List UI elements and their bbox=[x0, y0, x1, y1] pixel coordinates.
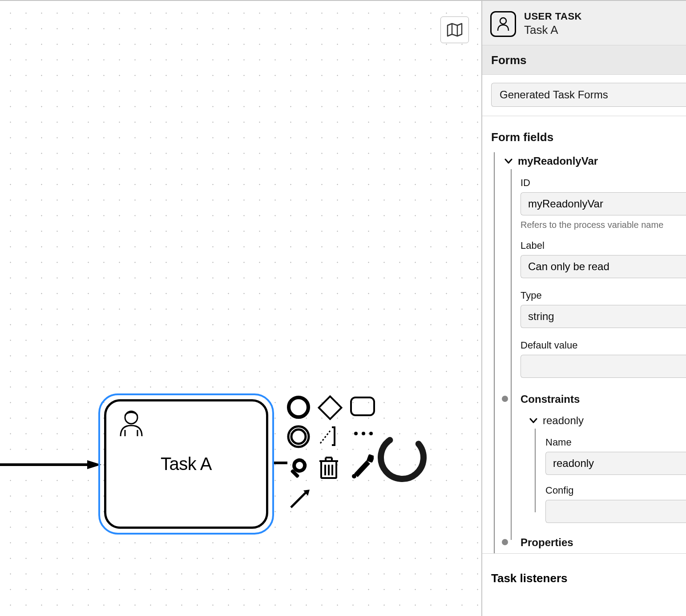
type-select[interactable]: string bbox=[521, 305, 686, 328]
minimap-toggle-button[interactable] bbox=[440, 16, 469, 43]
default-value-label: Default value bbox=[521, 328, 686, 355]
forms-type-value: Generated Task Forms bbox=[500, 89, 608, 101]
svg-rect-7 bbox=[319, 397, 342, 419]
svg-point-28 bbox=[375, 431, 429, 484]
id-label: ID bbox=[521, 172, 686, 192]
connector-stub bbox=[274, 461, 287, 465]
svg-line-11 bbox=[320, 431, 330, 443]
timeline-dot bbox=[502, 396, 508, 402]
svg-point-10 bbox=[291, 430, 306, 444]
svg-point-13 bbox=[362, 432, 365, 435]
form-fields-section-header: Form fields bbox=[482, 116, 686, 152]
user-icon bbox=[118, 409, 145, 437]
task-node[interactable]: Task A bbox=[98, 393, 274, 535]
append-task-icon[interactable] bbox=[350, 396, 375, 417]
task-label: Task A bbox=[161, 454, 212, 474]
form-field-item-toggle[interactable]: myReadonlyVar bbox=[504, 152, 686, 172]
forms-section-header[interactable]: Forms bbox=[482, 45, 686, 75]
svg-point-25 bbox=[352, 474, 356, 478]
default-value-input[interactable] bbox=[521, 355, 686, 378]
sub-timeline-line bbox=[511, 169, 512, 540]
properties-header: Properties bbox=[521, 523, 686, 553]
delete-icon[interactable] bbox=[318, 455, 340, 480]
constraint-name-label: Name bbox=[545, 431, 686, 452]
chevron-down-icon bbox=[504, 158, 512, 164]
constraint-config-input[interactable] bbox=[545, 500, 686, 523]
more-options-icon[interactable] bbox=[353, 430, 374, 437]
constraint-item-toggle[interactable]: readonly bbox=[529, 412, 686, 431]
loading-spinner-icon bbox=[375, 431, 429, 484]
type-label: Type bbox=[521, 278, 686, 305]
label-label: Label bbox=[521, 230, 686, 255]
constraint-name-input[interactable] bbox=[545, 452, 686, 475]
constraint-item-name: readonly bbox=[543, 414, 584, 427]
map-icon bbox=[446, 22, 463, 37]
append-gateway-icon[interactable] bbox=[318, 395, 343, 420]
type-value: string bbox=[528, 310, 554, 323]
append-intermediate-event-icon[interactable] bbox=[287, 425, 311, 449]
properties-panel: USER TASK Task A Forms Generated Task Fo… bbox=[481, 0, 686, 616]
incoming-flow-arrow bbox=[0, 460, 101, 478]
diagram-canvas[interactable]: Task A bbox=[0, 0, 481, 616]
svg-point-14 bbox=[369, 432, 373, 435]
connect-icon[interactable] bbox=[288, 488, 311, 510]
context-pad bbox=[287, 395, 433, 538]
panel-header: USER TASK Task A bbox=[482, 0, 686, 45]
svg-rect-8 bbox=[351, 397, 374, 415]
sub-timeline-line bbox=[535, 429, 536, 512]
form-field-item-name: myReadonlyVar bbox=[518, 155, 598, 167]
task-listeners-section-header[interactable]: Task listeners bbox=[482, 553, 686, 585]
element-type-label: USER TASK bbox=[524, 11, 582, 22]
timeline-dot bbox=[502, 539, 508, 545]
color-icon[interactable] bbox=[349, 451, 374, 480]
forms-type-select[interactable]: Generated Task Forms bbox=[491, 83, 686, 107]
svg-line-26 bbox=[291, 492, 306, 507]
label-input[interactable] bbox=[521, 255, 686, 278]
append-end-event-icon[interactable] bbox=[287, 395, 311, 419]
svg-point-12 bbox=[354, 432, 358, 435]
form-fields-list: myReadonlyVar ID Refers to the process v… bbox=[482, 152, 686, 553]
svg-point-6 bbox=[289, 397, 308, 417]
append-text-annotation-icon[interactable] bbox=[317, 425, 340, 448]
constraint-config-label: Config bbox=[545, 475, 686, 500]
timeline-line bbox=[494, 152, 495, 553]
svg-point-31 bbox=[500, 18, 506, 24]
user-icon bbox=[496, 17, 510, 31]
form-field-details: ID Refers to the process variable name L… bbox=[504, 172, 686, 553]
element-type-icon-box bbox=[490, 11, 516, 37]
id-input[interactable] bbox=[521, 192, 686, 215]
constraints-header: Constraints bbox=[521, 378, 686, 412]
change-type-icon[interactable] bbox=[287, 457, 310, 480]
element-name: Task A bbox=[524, 23, 582, 37]
task-body[interactable]: Task A bbox=[104, 399, 268, 529]
chevron-down-icon bbox=[529, 417, 537, 424]
id-helper-text: Refers to the process variable name bbox=[521, 215, 686, 230]
